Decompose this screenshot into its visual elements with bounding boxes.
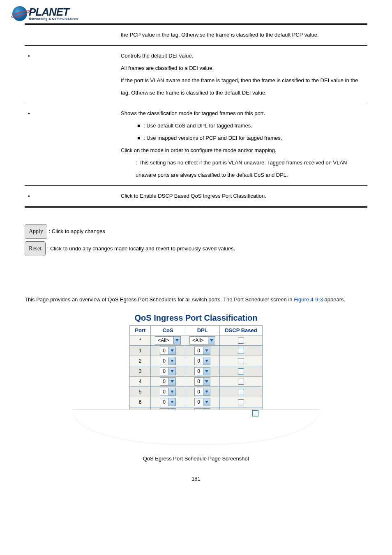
bullet-icon [28, 193, 35, 199]
dscp-checkbox-truncated[interactable] [252, 410, 258, 416]
qos-port-cell: 2 [130, 356, 151, 366]
section-title [25, 281, 367, 288]
select-dropdown[interactable]: 0 [194, 377, 210, 386]
logo-brand: PLANET [29, 7, 78, 17]
select-value: 0 [195, 399, 203, 405]
qos-dpl-cell: 0 [185, 397, 220, 407]
dscp-checkbox[interactable] [238, 338, 244, 344]
qos-row: *<All><All> [130, 335, 263, 345]
intro-before: This Page provides an overview of QoS Eg… [25, 296, 294, 303]
row-label-cell [25, 45, 118, 103]
chevron-down-icon [208, 337, 215, 344]
after-sub-text: Click on the mode in order to configure … [121, 144, 364, 157]
select-dropdown[interactable]: 0 [194, 367, 210, 375]
qos-cos-cell: 0 [151, 356, 185, 366]
qos-dpl-cell: 0 [185, 386, 220, 397]
select-dropdown[interactable]: 0 [194, 347, 210, 355]
select-value: 0 [160, 348, 168, 354]
select-dropdown[interactable]: <All> [155, 336, 181, 345]
select-dropdown[interactable]: 0 [160, 388, 176, 396]
parameters-table: the PCP value in the tag. Otherwise the … [25, 25, 367, 208]
select-dropdown[interactable]: 0 [160, 377, 176, 386]
qos-dscp-cell [220, 397, 263, 407]
chevron-down-icon [173, 337, 180, 344]
select-value: 0 [195, 348, 203, 354]
qos-dscp-cell [220, 376, 263, 386]
select-value: 0 [160, 379, 168, 384]
dscp-checkbox[interactable] [238, 399, 244, 405]
sub-item: : Use default CoS and DPL for tagged fra… [121, 120, 364, 132]
qos-dpl-cell: 0 [185, 366, 220, 376]
select-dropdown[interactable]: 0 [194, 388, 210, 396]
select-dropdown[interactable]: <All> [189, 336, 215, 345]
qos-column-header: Port [130, 325, 151, 335]
chevron-down-icon [168, 368, 175, 375]
qos-cos-cell: 0 [151, 376, 185, 386]
qos-column-header: DPL [185, 325, 220, 335]
figure-link[interactable]: Figure 4-9-3 [294, 296, 323, 303]
dscp-checkbox[interactable] [238, 358, 244, 364]
table-row: Click to Enable DSCP Based QoS Ingress P… [25, 185, 367, 207]
qos-dpl-cell: 0 [185, 376, 220, 386]
chevron-down-icon [168, 388, 175, 395]
chevron-down-icon [203, 378, 210, 385]
qos-column-header: CoS [151, 325, 185, 335]
row-label-cell [25, 25, 118, 45]
apply-button[interactable]: Apply [25, 224, 47, 239]
chevron-down-icon [168, 398, 175, 406]
select-value: 0 [195, 368, 203, 374]
qos-cos-cell: 0 [151, 345, 185, 356]
chevron-down-icon [203, 368, 210, 375]
apply-desc: : Click to apply changes [49, 228, 105, 234]
select-dropdown[interactable]: 0 [160, 398, 176, 406]
select-dropdown[interactable]: 0 [194, 357, 210, 365]
brand-logo: PLANET Networking & Communication [12, 6, 367, 21]
qos-row: 500 [130, 386, 263, 397]
note-text: : This setting has no effect if the port… [121, 157, 364, 181]
dscp-checkbox[interactable] [238, 379, 244, 385]
chevron-down-icon [203, 357, 210, 365]
qos-dscp-cell [220, 345, 263, 356]
qos-row: 200 [130, 356, 263, 366]
qos-table: PortCoSDPLDSCP Based *<All><All>10020030… [129, 325, 263, 418]
select-dropdown[interactable]: 0 [160, 357, 176, 365]
qos-cos-cell: 0 [151, 386, 185, 397]
select-value: 0 [195, 389, 203, 395]
qos-row: 300 [130, 366, 263, 376]
bullet-icon [28, 53, 35, 59]
chevron-down-icon [168, 378, 175, 385]
page-number: 181 [25, 476, 367, 482]
qos-cos-cell: 0 [151, 366, 185, 376]
select-value: 0 [195, 379, 203, 384]
select-dropdown[interactable]: 0 [160, 367, 176, 375]
select-value: <All> [155, 338, 173, 343]
chevron-down-icon [203, 398, 210, 406]
qos-cos-cell: <All> [151, 335, 185, 345]
qos-dpl-cell: 0 [185, 345, 220, 356]
select-dropdown[interactable]: 0 [160, 347, 176, 355]
table-row: Shows the classification mode for tagged… [25, 103, 367, 185]
sub-item: : Use mapped versions of PCP and DEI for… [121, 132, 364, 144]
chevron-down-icon [203, 347, 210, 354]
row-label-cell [25, 185, 118, 207]
table-row: Controls the default DEI value.All frame… [25, 45, 367, 103]
qos-port-cell: * [130, 335, 151, 345]
dscp-checkbox[interactable] [238, 389, 244, 395]
qos-dpl-cell: 0 [185, 356, 220, 366]
select-value: 0 [160, 368, 168, 374]
chevron-down-icon [168, 357, 175, 365]
screenshot-area: QoS Ingress Port Classification PortCoSD… [25, 313, 367, 445]
row-desc-cell: Shows the classification mode for tagged… [118, 103, 367, 185]
qos-column-header: DSCP Based [220, 325, 263, 335]
reset-button[interactable]: Reset [25, 241, 46, 256]
qos-port-cell: 3 [130, 366, 151, 376]
dscp-checkbox[interactable] [238, 348, 244, 354]
globe-icon [12, 6, 27, 21]
row-label-cell [25, 103, 118, 185]
qos-port-cell: 5 [130, 386, 151, 397]
reset-desc: : Click to undo any changes made locally… [47, 245, 235, 252]
dscp-checkbox[interactable] [238, 368, 244, 375]
select-dropdown[interactable]: 0 [194, 398, 210, 406]
table-row: the PCP value in the tag. Otherwise the … [25, 25, 367, 45]
chevron-down-icon [203, 388, 210, 395]
